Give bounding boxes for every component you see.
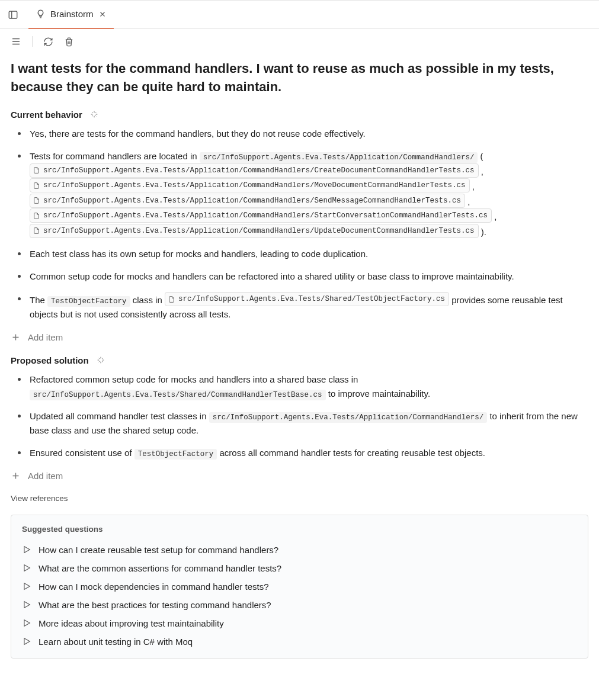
sep: , bbox=[472, 181, 475, 191]
item-text: The bbox=[30, 295, 47, 305]
file-icon bbox=[33, 227, 40, 235]
file-path: src/InfoSupport.Agents.Eva.Tests/Applica… bbox=[43, 225, 475, 237]
suggestions-title: Suggested questions bbox=[22, 525, 577, 534]
suggestion-item[interactable]: Learn about unit testing in C# with Moq bbox=[22, 632, 577, 651]
item-text: Each test class has its own setup for mo… bbox=[30, 249, 368, 259]
list-item: Each test class has its own setup for mo… bbox=[11, 247, 588, 261]
file-path: src/InfoSupport.Agents.Eva.Tests/Applica… bbox=[43, 210, 488, 221]
suggestion-text: Learn about unit testing in C# with Moq bbox=[39, 637, 193, 647]
panel-layout-icon[interactable] bbox=[7, 9, 19, 21]
page-title: I want tests for the command handlers. I… bbox=[11, 60, 588, 97]
section-proposed-solution: Proposed solution bbox=[11, 355, 588, 365]
item-text: Tests for command handlers are located i… bbox=[30, 151, 200, 161]
file-chip[interactable]: src/InfoSupport.Agents.Eva.Tests/Applica… bbox=[30, 163, 479, 178]
close-icon[interactable] bbox=[98, 10, 107, 18]
path-chip: src/InfoSupport.Agents.Eva.Tests/Applica… bbox=[200, 152, 478, 163]
sep: , bbox=[494, 211, 497, 221]
code-chip: TestObjectFactory bbox=[47, 296, 130, 307]
trash-icon[interactable] bbox=[64, 37, 74, 47]
hamburger-icon[interactable] bbox=[11, 36, 21, 47]
suggestion-text: What are the best practices for testing … bbox=[39, 600, 271, 610]
section-title: Current behavior bbox=[11, 110, 82, 120]
item-text: to improve maintainability. bbox=[328, 388, 430, 399]
play-triangle-icon bbox=[22, 582, 31, 591]
list-item: Yes, there are tests for the command han… bbox=[11, 127, 588, 141]
add-item-button[interactable]: Add item bbox=[11, 330, 588, 355]
add-item-label: Add item bbox=[28, 332, 63, 342]
sparkle-icon[interactable] bbox=[89, 110, 99, 119]
tab-bar: Brainstorm bbox=[0, 1, 599, 29]
play-triangle-icon bbox=[22, 637, 31, 646]
play-triangle-icon bbox=[22, 545, 31, 554]
suggestion-text: What are the common assertions for comma… bbox=[39, 563, 281, 573]
file-chip[interactable]: src/InfoSupport.Agents.Eva.Tests/Applica… bbox=[30, 224, 479, 238]
file-path: src/InfoSupport.Agents.Eva.Tests/Applica… bbox=[43, 195, 461, 207]
file-chip[interactable]: src/InfoSupport.Agents.Eva.Tests/Applica… bbox=[30, 194, 465, 208]
file-path: src/InfoSupport.Agents.Eva.Tests/Applica… bbox=[43, 165, 475, 176]
svg-rect-0 bbox=[9, 11, 17, 18]
item-text: Updated all command handler test classes… bbox=[30, 411, 209, 421]
item-text: Yes, there are tests for the command han… bbox=[30, 129, 366, 139]
section-current-behavior: Current behavior bbox=[11, 110, 588, 120]
view-references-link[interactable]: View references bbox=[11, 494, 588, 503]
lightbulb-icon bbox=[36, 9, 46, 19]
open-paren: ( bbox=[481, 151, 483, 161]
file-path: src/InfoSupport.Agents.Eva.Tests/Shared/… bbox=[178, 293, 445, 305]
file-icon bbox=[33, 197, 40, 204]
file-chip[interactable]: src/InfoSupport.Agents.Eva.Tests/Applica… bbox=[30, 178, 470, 192]
plus-icon bbox=[11, 332, 21, 342]
list-item: Tests for command handlers are located i… bbox=[11, 149, 588, 239]
suggestion-text: How can I create reusable test setup for… bbox=[39, 545, 278, 555]
add-item-label: Add item bbox=[28, 471, 63, 481]
plus-icon bbox=[11, 471, 21, 481]
list-item: Ensured consistent use of TestObjectFact… bbox=[11, 446, 588, 460]
play-triangle-icon bbox=[22, 618, 31, 628]
suggestion-item[interactable]: More ideas about improving test maintain… bbox=[22, 614, 577, 632]
suggestion-text: How can I mock dependencies in command h… bbox=[39, 582, 269, 592]
suggestion-item[interactable]: What are the best practices for testing … bbox=[22, 596, 577, 614]
refresh-icon[interactable] bbox=[43, 37, 53, 47]
suggestion-item[interactable]: How can I create reusable test setup for… bbox=[22, 541, 577, 559]
item-text: across all command handler tests for cre… bbox=[219, 448, 485, 458]
list-item: Refactored common setup code for mocks a… bbox=[11, 373, 588, 401]
section-title: Proposed solution bbox=[11, 355, 89, 365]
add-item-button[interactable]: Add item bbox=[11, 468, 588, 494]
file-icon bbox=[168, 296, 175, 303]
current-behavior-list: Yes, there are tests for the command han… bbox=[11, 127, 588, 322]
tab-brainstorm[interactable]: Brainstorm bbox=[28, 1, 114, 29]
file-chip[interactable]: src/InfoSupport.Agents.Eva.Tests/Applica… bbox=[30, 208, 492, 223]
suggestion-item[interactable]: What are the common assertions for comma… bbox=[22, 559, 577, 577]
item-text: Ensured consistent use of bbox=[30, 448, 134, 458]
file-icon bbox=[33, 166, 40, 174]
close-paren: ). bbox=[481, 226, 486, 236]
item-text: Refactored common setup code for mocks a… bbox=[30, 374, 358, 384]
file-path: src/InfoSupport.Agents.Eva.Tests/Applica… bbox=[43, 179, 466, 191]
code-chip: src/InfoSupport.Agents.Eva.Tests/Shared/… bbox=[30, 390, 326, 400]
play-triangle-icon bbox=[22, 600, 31, 609]
file-icon bbox=[33, 212, 40, 220]
play-triangle-icon bbox=[22, 563, 31, 573]
sep: , bbox=[481, 166, 483, 176]
code-chip: src/InfoSupport.Agents.Eva.Tests/Applica… bbox=[209, 412, 488, 423]
sep: , bbox=[467, 196, 470, 206]
item-text: Common setup code for mocks and handlers… bbox=[30, 271, 514, 281]
tab-title: Brainstorm bbox=[50, 9, 94, 19]
sparkle-icon[interactable] bbox=[96, 355, 105, 365]
proposed-solution-list: Refactored common setup code for mocks a… bbox=[11, 373, 588, 460]
item-text: class in bbox=[133, 295, 165, 305]
toolbar bbox=[0, 29, 599, 54]
list-item: Common setup code for mocks and handlers… bbox=[11, 269, 588, 284]
file-icon bbox=[33, 182, 40, 190]
code-chip: TestObjectFactory bbox=[134, 449, 217, 460]
list-item: The TestObjectFactory class in src/InfoS… bbox=[11, 292, 588, 322]
suggestion-text: More ideas about improving test maintain… bbox=[39, 618, 224, 628]
separator bbox=[32, 36, 33, 47]
file-chip[interactable]: src/InfoSupport.Agents.Eva.Tests/Shared/… bbox=[165, 292, 449, 306]
suggestion-item[interactable]: How can I mock dependencies in command h… bbox=[22, 577, 577, 596]
suggested-questions: Suggested questions How can I create reu… bbox=[11, 515, 588, 659]
list-item: Updated all command handler test classes… bbox=[11, 409, 588, 438]
